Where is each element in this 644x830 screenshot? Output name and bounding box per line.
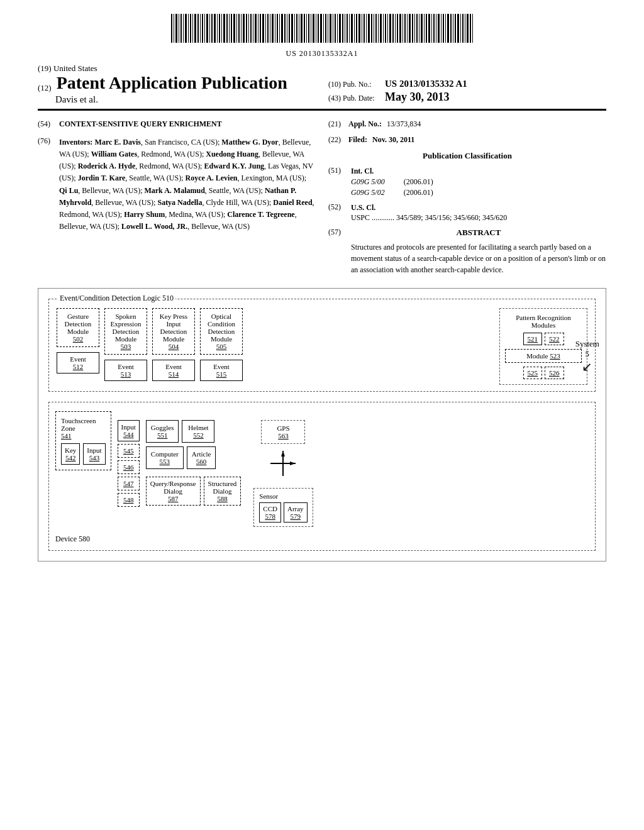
svg-rect-20 — [219, 14, 220, 43]
query-dialog-row: Query/ResponseDialog587 StructuredDialog… — [146, 477, 242, 506]
input-544: Input544 — [118, 420, 140, 441]
bs-row: TouchscreenZone541 Key542 Input543 Input… — [55, 411, 589, 527]
svg-rect-115 — [447, 14, 449, 43]
appl-no-field: (21) Appl. No.: 13/373,834 — [328, 119, 606, 129]
svg-rect-39 — [265, 14, 266, 43]
svg-rect-89 — [385, 14, 386, 43]
us-cl-content: USPC ............ 345/589; 345/156; 345/… — [351, 213, 507, 222]
body-section: (54) CONTEXT-SENSITIVE QUERY ENRICHMENT … — [38, 119, 606, 275]
svg-rect-25 — [231, 14, 232, 43]
int-cl-block: (51) Int. Cl. G09G 5/00 (2006.01) G09G 5… — [328, 166, 606, 197]
gps-col: GPS563 Sensor CCD578 — [253, 420, 313, 527]
svg-rect-14 — [204, 14, 205, 43]
left-column: (54) CONTEXT-SENSITIVE QUERY ENRICHMENT … — [38, 119, 316, 275]
bottom-sub-diagram: TouchscreenZone541 Key542 Input543 Input… — [48, 402, 596, 551]
svg-rect-74 — [349, 14, 350, 43]
svg-rect-106 — [426, 14, 427, 43]
optical-column: OpticalConditionDetectionModule505 Event… — [200, 308, 243, 381]
svg-rect-9 — [192, 14, 193, 43]
svg-rect-1 — [174, 14, 174, 43]
svg-rect-32 — [248, 14, 249, 43]
svg-rect-21 — [221, 14, 222, 43]
ccd-box: CCD578 — [259, 502, 281, 523]
svg-rect-10 — [194, 14, 196, 43]
svg-rect-36 — [258, 14, 258, 43]
svg-rect-68 — [335, 14, 336, 43]
us-cl-label: U.S. Cl. — [351, 203, 375, 212]
svg-rect-52 — [296, 14, 297, 43]
svg-rect-118 — [455, 14, 456, 43]
input-col: Input544 545 546 547 548 — [118, 420, 140, 507]
svg-rect-67 — [333, 14, 333, 43]
svg-rect-4 — [180, 14, 182, 43]
svg-rect-123 — [467, 14, 469, 43]
gps-section: GPS563 — [261, 420, 305, 444]
svg-rect-66 — [330, 14, 331, 43]
svg-rect-99 — [409, 14, 411, 43]
abstract-num: (57) — [328, 228, 348, 275]
svg-rect-72 — [345, 14, 345, 43]
inventors-block: (76) Inventors: Marc E. Davis, San Franc… — [38, 136, 316, 233]
key-cell: Key542 — [61, 443, 80, 465]
svg-rect-103 — [419, 14, 419, 43]
svg-marker-129 — [290, 462, 296, 465]
pr-522: 522 — [545, 333, 564, 345]
pub-date-line: (43) Pub. Date: May 30, 2013 — [328, 91, 606, 104]
pub-class-title: Publication Classification — [328, 151, 606, 161]
svg-rect-73 — [347, 14, 348, 43]
filed-num: (22) — [328, 135, 348, 145]
abstract-text: Structures and protocols are presented f… — [351, 241, 606, 275]
svg-rect-84 — [374, 14, 374, 43]
ccd-array-row: CCD578 Array579 — [259, 502, 307, 523]
svg-rect-76 — [354, 14, 355, 43]
svg-rect-44 — [277, 14, 278, 43]
input-547: 547 — [118, 477, 140, 490]
sensor-label: Sensor — [259, 492, 307, 500]
pr-526: 526 — [545, 367, 564, 379]
appl-no-num: (21) — [328, 119, 348, 129]
header-section: (19) United States (12) Patent Applicati… — [38, 64, 606, 111]
svg-rect-64 — [325, 14, 326, 43]
int-cl-2-date: (2006.01) — [404, 188, 433, 197]
svg-rect-60 — [316, 14, 316, 43]
array-box: Array579 — [284, 502, 308, 523]
country-label: (19) United States — [38, 64, 316, 74]
appl-no-label: Appl. No.: — [348, 119, 382, 129]
svg-rect-7 — [188, 14, 189, 43]
svg-rect-55 — [304, 14, 305, 43]
svg-rect-26 — [233, 14, 235, 43]
device-label: Device 580 — [55, 534, 589, 544]
svg-rect-5 — [183, 14, 184, 43]
optical-module: OpticalConditionDetectionModule505 — [200, 308, 243, 355]
svg-rect-19 — [217, 14, 218, 43]
pub-number: US 20130135332A1 — [38, 49, 606, 58]
svg-rect-122 — [465, 14, 465, 43]
svg-rect-50 — [291, 14, 293, 43]
svg-rect-41 — [270, 14, 270, 43]
svg-rect-43 — [275, 14, 275, 43]
svg-rect-11 — [197, 14, 199, 43]
svg-rect-35 — [255, 14, 257, 43]
ccd-section: Sensor CCD578 Array579 — [253, 488, 313, 527]
svg-rect-2 — [175, 14, 177, 43]
goggles-helmet-row: Goggles551 Helmet552 — [146, 420, 242, 443]
article-box: Article560 — [187, 446, 216, 469]
barcode-area — [38, 13, 606, 47]
title-field-label: CONTEXT-SENSITIVE QUERY ENRICHMENT — [59, 119, 222, 129]
svg-rect-8 — [190, 14, 191, 43]
svg-rect-58 — [311, 14, 311, 43]
spoken-column: SpokenExpressionDetectionModule503 Event… — [104, 308, 147, 381]
helmet-box: Helmet552 — [182, 420, 214, 443]
input-548: 548 — [118, 493, 140, 507]
svg-rect-23 — [226, 14, 228, 43]
svg-rect-30 — [243, 14, 245, 43]
svg-rect-75 — [351, 14, 353, 43]
svg-rect-38 — [262, 14, 264, 43]
filed-field: (22) Filed: Nov. 30, 2011 — [328, 135, 606, 145]
svg-rect-22 — [223, 14, 225, 43]
svg-rect-125 — [472, 14, 473, 43]
int-cl-1-class: G09G 5/00 — [351, 177, 385, 187]
svg-rect-119 — [457, 14, 459, 43]
svg-rect-97 — [404, 14, 406, 43]
svg-rect-120 — [460, 14, 461, 43]
